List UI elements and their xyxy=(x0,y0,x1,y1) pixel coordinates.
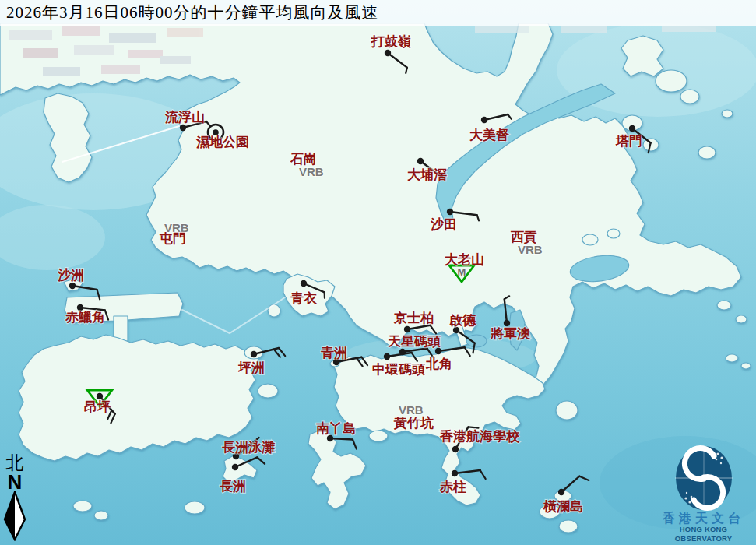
kowloon-bay xyxy=(466,335,487,347)
station-label: 沙田 xyxy=(430,217,457,232)
variable-wind-mark: VRB xyxy=(299,165,324,178)
station-label: 西貢 xyxy=(510,230,537,244)
station-label: 橫瀾島 xyxy=(543,499,583,514)
station-label: 青衣 xyxy=(290,291,318,306)
station-label: 北角 xyxy=(425,357,452,371)
hko-logo: 香港天文台 HONG KONG OBSERVATORY xyxy=(652,445,754,543)
station-label: 長洲泳灘 xyxy=(222,440,276,455)
wind-barb-tick xyxy=(469,427,479,427)
station-label: 中環碼頭 xyxy=(372,362,425,377)
station-label: 流浮山 xyxy=(164,110,205,125)
north-arrow-icon xyxy=(3,491,26,541)
station-label: 將軍澳 xyxy=(490,326,531,341)
station-label: 大老山 xyxy=(445,252,484,267)
hko-name-zh: 香港天文台 xyxy=(652,512,754,525)
station-label: 赤柱 xyxy=(439,480,466,494)
station-label: 啟德 xyxy=(448,313,476,328)
north-compass: 北 N xyxy=(2,454,28,541)
station-label: 昂坪 xyxy=(84,399,111,414)
station-label: 長洲 xyxy=(220,479,246,494)
station-label: 南丫島 xyxy=(316,421,356,436)
station-label: 沙洲 xyxy=(57,268,84,283)
station-label: 石崗 xyxy=(290,152,317,167)
missing-data-mark: M xyxy=(458,266,466,278)
station-label: 大美督 xyxy=(469,127,509,142)
station-label: 京士柏 xyxy=(393,311,434,325)
variable-wind-mark: VRB xyxy=(518,243,543,256)
hko-logo-icon xyxy=(665,445,743,512)
hko-name-en: HONG KONG OBSERVATORY xyxy=(652,525,754,543)
variable-wind-mark: VRB xyxy=(399,403,424,417)
wind-barb-tick xyxy=(406,68,407,73)
station-label: 青洲 xyxy=(321,346,347,360)
station-label: 香港航海學校 xyxy=(439,429,520,444)
wind-map-screenshot: 打鼓嶺流浮山濕地公園VRB石崗大美督塔門大埔滘沙田VRB屯門VRB西貢M大老山沙… xyxy=(0,0,756,545)
station-label: 打鼓嶺 xyxy=(371,34,411,49)
wind-barb-shaft xyxy=(330,438,353,440)
station-label: 黃竹坑 xyxy=(393,415,434,431)
map-title: 2026年3月16日06時00分的十分鐘平均風向及風速 xyxy=(0,0,756,26)
station-label: 塔門 xyxy=(615,134,642,149)
station-label: 屯門 xyxy=(159,231,186,246)
station-label: 坪洲 xyxy=(237,360,265,375)
north-letter: N xyxy=(2,473,28,491)
station-label: 赤鱲角 xyxy=(65,310,105,325)
station-label: 濕地公園 xyxy=(195,135,249,149)
station-label: 大埔滘 xyxy=(407,167,447,182)
hk-base-map: 打鼓嶺流浮山濕地公園VRB石崗大美督塔門大埔滘沙田VRB屯門VRB西貢M大老山沙… xyxy=(0,0,756,545)
station-label: 天星碼頭 xyxy=(387,334,441,349)
